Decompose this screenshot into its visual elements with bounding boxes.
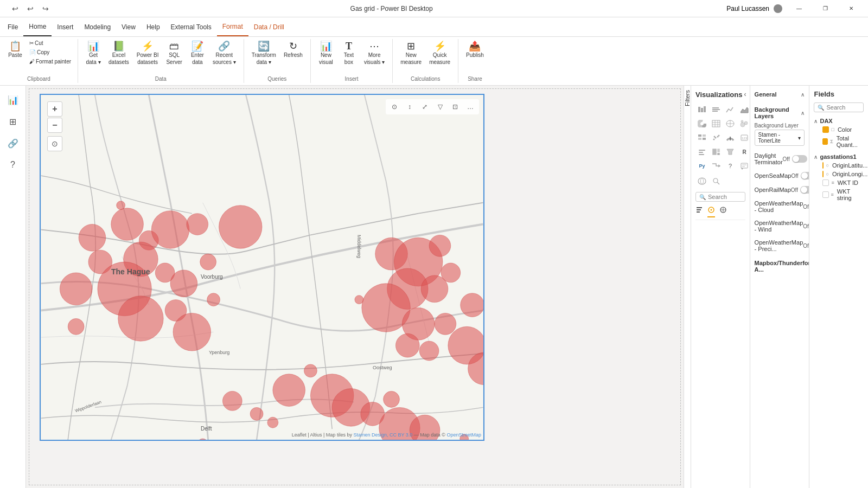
format-painter-button[interactable]: 🖌Format painter [27,57,73,66]
map-sort-button[interactable]: ↕ [403,100,416,113]
field-item-total-quant[interactable]: Σ Total Quant... [814,134,864,149]
new-visual-button[interactable]: 📊 New visual [315,39,337,67]
sidebar-icon-data[interactable]: ⊞ [3,112,23,131]
viz-tab-analytics[interactable] [719,206,727,217]
sql-server-button[interactable]: 🗃 SQL Server [163,39,185,67]
field-item-orig-lat[interactable]: ○ OriginLatitu... [814,161,864,170]
field-item-wkt-string[interactable]: ≡ WKT string [814,187,864,202]
text-box-button[interactable]: T Text box [338,39,360,67]
viz-icon-smart-narrative[interactable] [738,159,750,172]
map-container[interactable]: The Hague Voorburg Delft Berkel en Roden… [40,94,484,441]
filters-label[interactable]: Filters [684,90,691,106]
viz-tab-format[interactable] [707,206,715,217]
quick-measure-button[interactable]: ⚡ Quick measure [426,39,454,67]
menu-format[interactable]: Format [217,17,248,36]
viz-icon-matrix[interactable] [695,131,709,144]
prop-section-general-header[interactable]: General ∧ [755,90,805,99]
map-filter-button[interactable]: ⊙ [388,100,401,113]
cut-button[interactable]: ✂Cut [27,39,73,47]
menu-modeling[interactable]: Modeling [79,17,116,36]
menu-file[interactable]: File [2,17,23,36]
viz-icon-card[interactable]: 123 [738,131,750,144]
weather-cloud-toggle[interactable]: Off [803,203,809,210]
weather-preci-toggle[interactable]: Off [803,242,809,249]
menu-data-drill[interactable]: Data / Drill [248,17,290,36]
viz-icon-bubble[interactable] [738,117,750,130]
viz-icon-slicer[interactable] [695,145,709,158]
map-funnel-button[interactable]: ▽ [433,100,446,113]
map-copy-button[interactable]: ⊡ [449,100,462,113]
field-group-gasstations-header[interactable]: ∧ gasstations1 [814,152,864,161]
viz-icon-line-chart[interactable] [724,103,737,116]
viz-tab-fields[interactable] [695,206,703,217]
viz-icon-table[interactable] [710,117,723,130]
field-item-orig-long[interactable]: ○ OriginLongi... [814,170,864,178]
undo-button[interactable]: ↩ [9,2,22,15]
prop-bg-layers-header[interactable]: Background Layers ∧ [755,105,805,120]
daylight-track[interactable] [792,155,807,163]
prop-mapbox-header[interactable]: Mapbox/Thunderforest A... ∨ [755,259,805,274]
publish-button[interactable]: 📤 Publish [463,39,487,60]
sidebar-icon-unknown[interactable]: ? [3,155,23,175]
redo-undo-button[interactable]: ↩ [24,2,37,15]
minimize-button[interactable]: — [787,0,812,17]
powerbi-datasets-button[interactable]: ⚡ Power BI datasets [133,39,162,67]
field-group-dax-header[interactable]: ∧ DAX [814,117,864,125]
close-button[interactable]: ✕ [839,0,864,17]
recent-sources-button[interactable]: 🔗 Recent sources ▾ [209,39,239,67]
maximize-button[interactable]: ❐ [813,0,838,17]
menu-home[interactable]: Home [23,17,52,36]
map-expand-button[interactable]: ⤢ [418,100,431,113]
enter-data-button[interactable]: 📝 Enter data [187,39,208,67]
bg-layer-dropdown[interactable]: Stamen - TonerLite ▾ [755,130,805,146]
viz-icon-scatter[interactable] [710,131,723,144]
viz-icon-stacked-bar[interactable] [695,103,709,116]
viz-icon-r-visual[interactable]: R [738,145,750,158]
viz-icon-flow[interactable] [710,159,723,172]
opensea-track[interactable] [801,172,809,179]
weather-preci-off-label: Off [803,243,809,249]
menu-external-tools[interactable]: External Tools [165,17,217,36]
menu-help[interactable]: Help [141,17,165,36]
weather-wind-toggle[interactable]: Off [803,222,809,230]
new-measure-button[interactable]: ⊞ New measure [397,39,425,67]
viz-icon-map[interactable] [724,117,737,130]
more-visuals-button[interactable]: ⋯ More visuals ▾ [361,39,388,67]
zoom-out-button[interactable]: − [47,118,62,133]
viz-icons-row3: 123 [695,131,745,144]
field-item-color[interactable]: □ Color [814,125,864,134]
viz-icon-qna[interactable]: ? [724,159,737,172]
map-more-button[interactable]: … [464,100,477,113]
prop-mapbox-title: Mapbox/Thunderforest A... [755,260,809,273]
sidebar-icon-report[interactable]: 📊 [3,90,23,110]
lasso-button[interactable]: ⊙ [47,136,62,151]
refresh-button[interactable]: ↻ Refresh [280,39,306,60]
viz-search-input[interactable] [708,194,742,200]
viz-icon-globe[interactable] [695,175,709,188]
paste-button[interactable]: 📋 Paste [4,39,26,60]
openrail-toggle[interactable]: Off [791,186,809,194]
daylight-toggle[interactable]: Off [783,155,807,163]
viz-icon-py[interactable]: Py [695,159,709,172]
transform-data-button[interactable]: 🔄 Transform data ▾ [248,39,279,67]
opensea-toggle[interactable]: Off [791,172,809,179]
field-item-wkt-id[interactable]: ≡ WKT ID [814,178,864,187]
viz-icon-area-chart[interactable] [738,103,750,116]
viz-icon-search[interactable] [710,175,723,188]
viz-icon-funnel[interactable] [724,145,737,158]
viz-nav-left[interactable]: ‹ [742,90,748,99]
redo-button[interactable]: ↪ [39,2,52,15]
viz-icon-gauge[interactable] [724,131,737,144]
menu-view[interactable]: View [116,17,141,36]
zoom-in-button[interactable]: + [47,101,62,117]
fields-search-input[interactable] [826,104,860,111]
viz-icon-pie[interactable] [695,117,709,130]
copy-button[interactable]: 📄Copy [27,48,73,56]
menu-insert[interactable]: Insert [52,17,79,36]
get-data-button[interactable]: 📊 Get data ▾ [82,39,104,67]
viz-icon-treemap[interactable] [710,145,723,158]
openrail-track[interactable] [800,186,809,194]
sidebar-icon-model[interactable]: 🔗 [3,133,23,153]
excel-datasets-button[interactable]: 📗 Excel datasets [105,39,132,67]
viz-icon-clustered-bar[interactable] [710,103,723,116]
